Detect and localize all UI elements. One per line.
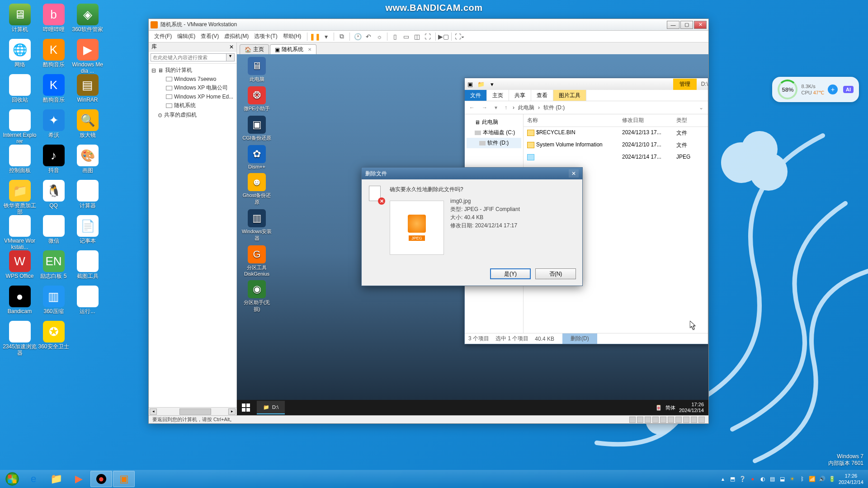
desktop-icon[interactable]: ▤WinRAR — [71, 73, 104, 108]
tab-home[interactable]: 🏠 主页 — [240, 44, 269, 54]
ribbon-tab[interactable]: 文件 — [465, 90, 487, 101]
snapshot-icon[interactable]: ⧉ — [337, 32, 346, 41]
guest-desktop-icon[interactable]: G分区工具DiskGenius — [241, 245, 273, 277]
nav-back-icon[interactable]: ← — [467, 104, 476, 111]
col-date[interactable]: 修改日期 — [618, 114, 673, 127]
taskbar-bandicam[interactable]: ● — [90, 471, 112, 487]
desktop-icon[interactable]: ▶Windows Media ... — [71, 38, 104, 73]
minimize-button[interactable]: — — [667, 21, 679, 29]
guest-desktop-icon[interactable]: 🖥此电脑 — [241, 57, 273, 83]
guest-ime-icon[interactable]: 🀄 — [656, 405, 662, 411]
dialog-close-icon[interactable]: ✕ — [569, 169, 579, 178]
menu-item[interactable]: 文件(F) — [151, 32, 175, 41]
explorer-manage-tab[interactable]: 管理 — [673, 79, 697, 90]
desktop-icon[interactable]: b哔哩哔哩 — [37, 3, 71, 38]
tree-node[interactable]: Windows XP 电脑公司 — [150, 83, 236, 93]
desktop-icon[interactable]: EN励志白板 5 — [37, 249, 71, 285]
guest-desktop-icon[interactable]: ❂微PE小助手 — [241, 86, 273, 112]
menu-item[interactable]: 帮助(H) — [280, 32, 304, 41]
explorer-app-icon[interactable]: ▣ — [465, 79, 476, 89]
sidebar-hscroll[interactable]: ◂▸ — [149, 407, 236, 415]
taskbar-explorer[interactable]: 📁 — [45, 471, 67, 487]
desktop-icon[interactable]: e2345加速浏览器 — [3, 320, 37, 355]
desktop-icon[interactable]: ●Bandicam — [3, 285, 37, 320]
tray-bt-icon[interactable]: ᛒ — [799, 475, 806, 483]
file-row[interactable]: System Volume Information2024/12/10 17..… — [524, 139, 708, 151]
tray-1-icon[interactable]: ⬒ — [729, 475, 736, 483]
guest-desktop[interactable]: 🖥此电脑❂微PE小助手▣CGI备份还原✿Dism++☻Ghost备份还原▥Win… — [237, 54, 708, 415]
ribbon-tab[interactable]: 图片工具 — [553, 90, 586, 101]
unity-icon[interactable]: ◫ — [412, 32, 421, 41]
ribbon-tab[interactable]: 共享 — [509, 90, 531, 101]
address-dd-icon[interactable]: ⌄ — [697, 104, 705, 111]
desktop-icon[interactable]: ▥360压缩 — [37, 285, 71, 320]
guest-desktop-icon[interactable]: ✿Dism++ — [241, 145, 273, 169]
search-dropdown-icon[interactable]: ▼ — [226, 53, 235, 61]
widget-expand[interactable]: + — [828, 84, 838, 94]
start-button[interactable] — [2, 470, 22, 488]
tray-4-icon[interactable]: ◐ — [759, 475, 766, 483]
desktop-icon[interactable]: eInternet Explorer — [3, 108, 37, 144]
guest-desktop-icon[interactable]: ▥Windows安装器 — [241, 209, 273, 242]
desktop-icon[interactable]: ▣VMware Workstati... — [3, 214, 37, 249]
desktop-icon[interactable]: ✂截图工具 — [71, 249, 104, 285]
desktop-icon[interactable]: K酷狗音乐 — [37, 73, 71, 108]
guest-clock[interactable]: 17:262024/12/14 — [679, 402, 704, 413]
breadcrumb-pc[interactable]: 此电脑 — [518, 104, 534, 112]
nav-fwd-icon[interactable]: → — [480, 104, 489, 111]
maximize-button[interactable]: ▢ — [680, 21, 693, 29]
nav-up-icon[interactable]: ↑ — [503, 104, 509, 111]
vmware-status-icons[interactable] — [629, 417, 705, 423]
desktop-icon[interactable]: ♪抖音 — [37, 144, 71, 179]
desktop-icon[interactable]: 📄记事本 — [71, 214, 104, 249]
host-clock[interactable]: 17:262024/12/14 — [839, 473, 863, 485]
manage-icon[interactable]: ☼ — [375, 32, 384, 41]
tray-6-icon[interactable]: ⬓ — [779, 475, 786, 483]
explorer-qat-icon[interactable]: ▾ — [486, 79, 497, 89]
vm-tree[interactable]: ⊟ 🖥 我的计算机 Windows 7seewo Windows XP 电脑公司… — [149, 64, 236, 407]
desktop-icon[interactable]: 📁铁华资质加工部 — [3, 179, 37, 214]
dropdown-icon[interactable]: ▾ — [321, 32, 330, 41]
guest-desktop-icon[interactable]: ☻Ghost备份还原 — [241, 173, 273, 206]
desktop-icon[interactable]: ◈360软件管家 — [71, 3, 104, 38]
guest-start-button[interactable] — [237, 400, 255, 415]
dialog-no-button[interactable]: 否(N) — [535, 268, 576, 279]
menu-item[interactable]: 编辑(E) — [175, 32, 198, 41]
desktop-icon[interactable]: ✪360安全卫士 — [37, 320, 71, 355]
nav-dd-icon[interactable]: ▾ — [493, 104, 499, 111]
desktop-icon[interactable]: ▶运行... — [71, 285, 104, 320]
menu-item[interactable]: 选项卡(T) — [251, 32, 280, 41]
menu-item[interactable]: 虚拟机(M) — [222, 32, 251, 41]
taskbar-ie[interactable]: e — [23, 471, 44, 487]
file-row[interactable]: 2024/12/14 17...JPEG — [524, 151, 708, 163]
desktop-icon[interactable]: WWPS Office — [3, 249, 37, 285]
tray-net-icon[interactable]: 📶 — [809, 475, 816, 483]
desktop-icon[interactable]: 🌐网络 — [3, 38, 37, 73]
tray-vol-icon[interactable]: 🔊 — [819, 475, 826, 483]
desktop-icon[interactable]: 🔍放大镜 — [71, 108, 104, 144]
view-icon[interactable]: ▯ — [391, 32, 400, 41]
system-tray[interactable]: ▴ ⬒ ❔ ● ◐ ▤ ⬓ ☀ ᛒ 📶 🔊 🔋 17:262024/12/14 — [719, 473, 866, 485]
revert-icon[interactable]: ↶ — [364, 32, 373, 41]
delete-button[interactable]: 删除(D) — [562, 333, 597, 344]
desktop-icon[interactable]: K酷狗音乐 — [37, 38, 71, 73]
menu-item[interactable]: 查看(V) — [198, 32, 222, 41]
guest-desktop-icon[interactable]: ◉分区助手(无损) — [241, 280, 273, 313]
col-type[interactable]: 类型 — [673, 114, 695, 127]
desktop-icon[interactable]: 🖥计算机 — [3, 3, 37, 38]
host-taskbar[interactable]: e 📁 ▶ ● ▣ ▴ ⬒ ❔ ● ◐ ▤ ⬓ ☀ ᛒ 📶 🔊 🔋 17:262… — [0, 470, 868, 488]
taskbar-media[interactable]: ▶ — [68, 471, 90, 487]
system-monitor-widget[interactable]: 58% 8.3K/s CPU 47℃ + AI — [772, 77, 859, 102]
tray-3-icon[interactable]: ● — [749, 475, 756, 483]
desktop-icon[interactable]: 🎨画图 — [71, 144, 104, 179]
pause-icon[interactable]: ❚❚ — [311, 32, 320, 41]
ai-badge[interactable]: AI — [843, 86, 854, 93]
ribbon-tab[interactable]: 主页 — [487, 90, 509, 101]
col-name[interactable]: 名称 — [524, 114, 618, 127]
library-search-input[interactable] — [151, 53, 226, 61]
tray-bat-icon[interactable]: 🔋 — [829, 475, 836, 483]
close-button[interactable]: ✕ — [694, 21, 707, 29]
desktop-icon[interactable]: ▦计算器 — [71, 179, 104, 214]
tree-node[interactable]: Windows XP Home Ed... — [150, 93, 236, 101]
vmware-titlebar[interactable]: 随机系统 - VMware Workstation — ▢ ✕ — [149, 19, 708, 31]
